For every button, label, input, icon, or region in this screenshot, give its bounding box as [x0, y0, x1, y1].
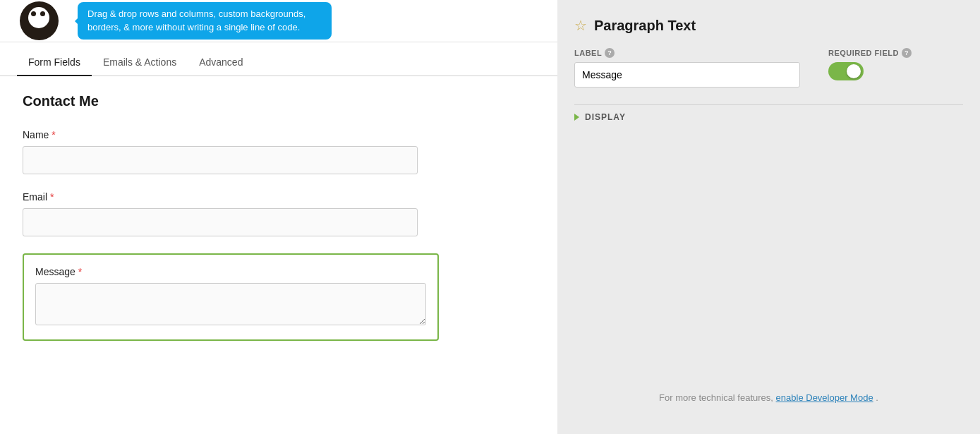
toggle-slider	[828, 62, 864, 80]
display-section[interactable]: DISPLAY	[574, 104, 963, 129]
name-required-star: *	[52, 129, 55, 140]
email-field-group: Email *	[23, 191, 535, 236]
message-field-container: Message *	[23, 253, 439, 341]
chevron-right-icon	[574, 114, 579, 121]
tooltip-text: Drag & drop rows and columns, custom bac…	[87, 8, 306, 32]
form-title: Contact Me	[23, 93, 535, 109]
left-panel: Drag & drop rows and columns, custom bac…	[0, 0, 557, 434]
label-config-group: LABEL ?	[574, 48, 800, 88]
logo-eyes	[31, 11, 45, 16]
developer-note: For more technical features, enable Deve…	[574, 378, 963, 417]
field-config-row: LABEL ? REQUIRED FIELD ?	[574, 48, 963, 88]
name-field-label: Name *	[23, 129, 535, 140]
label-text-input[interactable]	[574, 62, 800, 88]
required-config-group: REQUIRED FIELD ?	[828, 48, 912, 80]
form-area: Contact Me Name * Email * Message *	[0, 76, 557, 434]
tab-form-fields[interactable]: Form Fields	[17, 49, 92, 76]
enable-developer-mode-link[interactable]: enable Developer Mode	[776, 392, 873, 403]
message-field-group: Message *	[23, 253, 535, 341]
tab-emails-actions[interactable]: Emails & Actions	[92, 49, 188, 76]
star-icon: ☆	[574, 17, 587, 34]
required-info-icon: ?	[902, 48, 912, 58]
panel-header: ☆ Paragraph Text	[574, 17, 963, 34]
required-config-label: REQUIRED FIELD ?	[828, 48, 912, 58]
logo-area	[7, 1, 71, 40]
tabs-bar: Form Fields Emails & Actions Advanced	[0, 42, 557, 76]
tab-advanced[interactable]: Advanced	[188, 49, 254, 76]
email-required-star: *	[50, 191, 54, 203]
email-field-label: Email *	[23, 191, 535, 203]
mailchimp-logo	[20, 1, 59, 40]
right-panel: ☆ Paragraph Text LABEL ? REQUIRED FIELD …	[557, 0, 980, 434]
panel-title: Paragraph Text	[594, 18, 696, 34]
logo-eye-right	[40, 11, 45, 16]
header-bar: Drag & drop rows and columns, custom bac…	[0, 0, 557, 42]
name-input[interactable]	[23, 146, 418, 174]
display-label: DISPLAY	[585, 112, 626, 122]
label-info-icon: ?	[605, 48, 615, 58]
logo-eye-left	[31, 11, 36, 16]
tooltip-bubble: Drag & drop rows and columns, custom bac…	[78, 2, 332, 39]
name-field-group: Name *	[23, 129, 535, 174]
label-config-label: LABEL ?	[574, 48, 800, 58]
message-required-star: *	[78, 266, 82, 277]
required-toggle[interactable]	[828, 62, 864, 80]
email-input[interactable]	[23, 208, 418, 236]
message-field-label: Message *	[35, 266, 426, 277]
message-textarea[interactable]	[35, 283, 426, 325]
